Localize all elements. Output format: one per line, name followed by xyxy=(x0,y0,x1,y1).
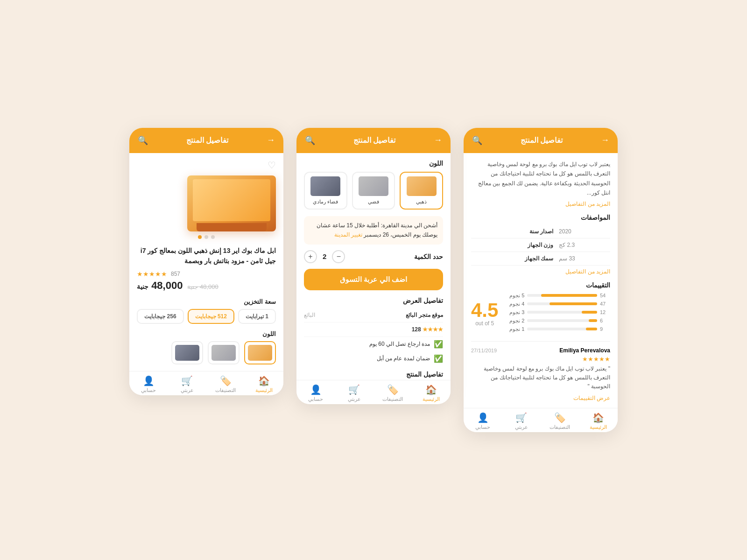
storage-1tb[interactable]: 1 تيرابايت xyxy=(238,309,276,324)
delivery-box: أشحن الي مدينة القاهرة: أطلبة خلال 15 سا… xyxy=(304,216,443,245)
color-title-s2: اللون xyxy=(304,160,443,167)
nav-cart-label-1: عربتي xyxy=(515,424,528,430)
qty-minus-btn[interactable]: − xyxy=(332,250,345,263)
big-rating-display: 4.5 out of 5 xyxy=(471,301,498,327)
rating-count-5: 54 xyxy=(600,293,610,298)
thumb-space-s3 xyxy=(175,345,199,361)
qty-control: + 2 − xyxy=(304,250,345,263)
more-specs-link[interactable]: المزيد من التفاصيل xyxy=(471,268,610,275)
nav-home-1[interactable]: 🏠 الرئيسية xyxy=(579,412,618,430)
product-image-area xyxy=(137,171,276,245)
nav-cart-3[interactable]: 🛒 عربتي xyxy=(168,375,207,393)
big-rating-number: 4.5 xyxy=(471,301,498,320)
rating-count-1: 9 xyxy=(600,326,610,332)
color-s3-gold[interactable] xyxy=(244,341,276,364)
laptop-base xyxy=(197,223,267,231)
nav-cart-1[interactable]: 🛒 عربتي xyxy=(502,412,541,430)
quantity-section: حدد الكمية + 2 − xyxy=(304,250,443,263)
color-silver-label: فضي xyxy=(368,199,379,204)
rating-label-4: 4 نجوم xyxy=(503,301,524,307)
dot-3-active[interactable] xyxy=(198,235,202,239)
storage-256gb[interactable]: 256 جيجابايت xyxy=(137,309,183,324)
storage-512gb[interactable]: 512 جيجابايت xyxy=(188,309,234,324)
screen3-header: → تفاصيل المنتج 🔍 xyxy=(129,128,283,153)
specs-title: المواصفات xyxy=(471,214,610,221)
show-ratings-link[interactable]: عرض التقييمات xyxy=(471,395,610,401)
nav-account-3[interactable]: 👤 حسابي xyxy=(129,375,168,393)
back-arrow-icon[interactable]: → xyxy=(601,135,609,145)
add-to-cart-button[interactable]: اضف الي عربة التسوق xyxy=(304,269,443,290)
check-icon-2: ✅ xyxy=(434,354,443,363)
offer-seller-val: موقع متجر البائع xyxy=(406,312,443,318)
wishlist-icon[interactable]: ♡ xyxy=(268,160,276,170)
offer-review-count: 128 xyxy=(412,326,421,333)
qty-plus-btn[interactable]: + xyxy=(304,250,317,263)
bar-fill-5 xyxy=(541,294,597,297)
change-city-link[interactable]: تغيير المدينة xyxy=(334,231,362,238)
rating-row-2: 6 2 نجوم xyxy=(503,318,610,324)
screen3-title: تفاصيل المنتج xyxy=(186,136,228,145)
nav-categories-1[interactable]: 🏷️ التصنيفات xyxy=(541,412,579,430)
more-details-link-1[interactable]: المزيد من التفاصيل xyxy=(471,201,610,207)
screens-container: → تفاصيل المنتج 🔍 يعتبر لاب توب ايل ماك … xyxy=(129,128,618,432)
nav-account-2[interactable]: 👤 حسابي xyxy=(296,384,335,402)
nav-account-1[interactable]: 👤 حسابي xyxy=(464,412,502,430)
nav-categories-2[interactable]: 🏷️ التصنيفات xyxy=(374,384,412,402)
color-space[interactable]: فضاء رمادي xyxy=(304,172,347,210)
home-icon-2: 🏠 xyxy=(425,384,437,395)
back-arrow-icon-2[interactable]: → xyxy=(434,135,442,145)
dot-2[interactable] xyxy=(204,235,208,239)
color-space-label: فضاء رمادي xyxy=(313,199,338,204)
cart-icon-3: 🛒 xyxy=(181,375,193,386)
color-options-s3 xyxy=(137,341,276,364)
bar-fill-2 xyxy=(589,319,597,322)
offer-title: تفاصيل العرض xyxy=(304,297,443,304)
nav-home-3[interactable]: 🏠 الرئيسية xyxy=(245,375,284,393)
color-gold[interactable]: ذهبي xyxy=(400,172,443,210)
screen2-title: تفاصيل المنتج xyxy=(353,136,395,145)
bottom-nav-3: 🏠 الرئيسية 🏷️ التصنيفات 🛒 عربتي 👤 حسابي xyxy=(129,371,283,395)
rating-label-1: 1 نجوم xyxy=(503,326,524,332)
screen3-body: ♡ ابل ماك بوك اير 13 إنش ذهبي اللون بمعا… xyxy=(129,153,283,371)
account-icon-1: 👤 xyxy=(477,412,489,423)
dot-1[interactable] xyxy=(211,235,215,239)
storage-options: 1 تيرابايت 512 جيجابايت 256 جيجابايت xyxy=(137,309,276,324)
thumb-silver-s3 xyxy=(211,345,236,361)
spec-row: 2.3 كج وزن الجهاز xyxy=(471,238,610,252)
back-arrow-icon-3[interactable]: → xyxy=(267,135,275,145)
color-s3-space[interactable] xyxy=(171,341,203,364)
image-dots xyxy=(137,235,276,239)
nav-home-label-1: الرئيسية xyxy=(590,424,607,430)
rating-count-4: 47 xyxy=(600,301,610,307)
home-icon-1: 🏠 xyxy=(592,412,604,423)
gold-thumb xyxy=(407,176,437,196)
offer-seller-key: البائع xyxy=(304,312,315,318)
qty-label: حدد الكمية xyxy=(414,253,443,260)
account-icon-3: 👤 xyxy=(143,375,155,386)
rating-row-5: 54 5 نجوم xyxy=(503,293,610,299)
bar-bg-1 xyxy=(527,328,597,330)
nav-account-label-3: حسابي xyxy=(141,387,156,393)
rating-bars: 54 5 نجوم 47 4 نجوم xyxy=(503,293,610,335)
nav-home-2[interactable]: 🏠 الرئيسية xyxy=(412,384,451,402)
home-icon-3: 🏠 xyxy=(258,375,270,386)
color-s3-silver[interactable] xyxy=(208,341,240,364)
search-icon[interactable]: 🔍 xyxy=(472,135,482,146)
rating-row-1: 9 1 نجوم xyxy=(503,326,610,332)
reviewer-name: Emiliya Perevalova xyxy=(559,347,610,354)
nav-cart-2[interactable]: 🛒 عربتي xyxy=(335,384,374,402)
rating-label-3: 3 نجوم xyxy=(503,309,524,315)
nav-categories-3[interactable]: 🏷️ التصنيفات xyxy=(206,375,245,393)
bar-fill-3 xyxy=(582,311,597,314)
color-gold-label: ذهبي xyxy=(416,199,427,204)
rating-count-2: 6 xyxy=(600,318,610,323)
search-icon-2[interactable]: 🔍 xyxy=(305,135,315,146)
wishlist-area: ♡ xyxy=(137,160,276,171)
search-icon-3[interactable]: 🔍 xyxy=(138,135,148,146)
screen-3: → تفاصيل المنتج 🔍 ♡ xyxy=(129,128,283,395)
categories-icon-3: 🏷️ xyxy=(220,375,232,386)
screen-1: → تفاصيل المنتج 🔍 يعتبر لاب توب ايل ماك … xyxy=(464,128,618,432)
check-label-1: مدة ارجاع تصل الي 60 يوم xyxy=(369,341,430,347)
nav-categories-label-1: التصنيفات xyxy=(550,424,570,430)
color-silver[interactable]: فضي xyxy=(352,172,395,210)
